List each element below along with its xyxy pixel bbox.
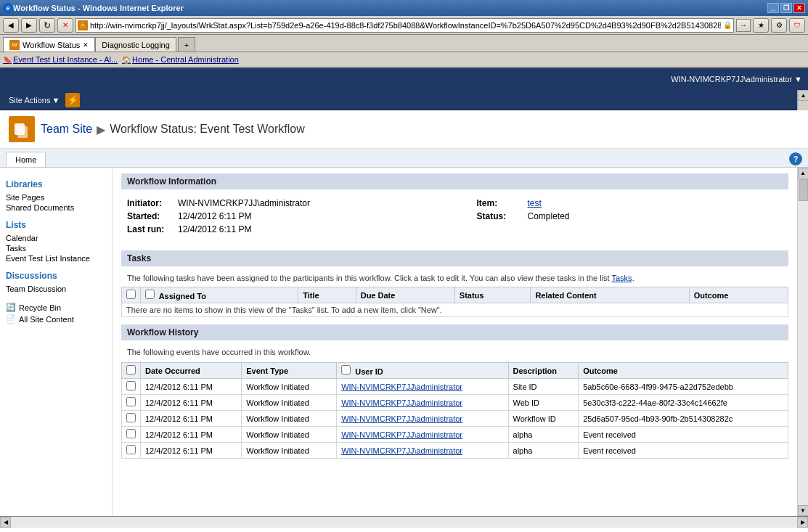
- tasks-col-title: Title: [298, 287, 356, 303]
- history-row-checkbox-4[interactable]: [126, 445, 136, 454]
- ie-icon: e: [3, 3, 13, 13]
- user-menu[interactable]: WIN-NVIMCRKP7JJ\administrator ▼: [671, 75, 802, 83]
- scroll-thumb[interactable]: [799, 179, 808, 201]
- sidebar-item-shared-docs[interactable]: Shared Documents: [6, 202, 106, 213]
- tasks-col-status: Status: [454, 287, 531, 303]
- tasks-description: The following tasks have been assigned t…: [121, 271, 788, 285]
- sidebar-recycle-bin[interactable]: 🔄 Recycle Bin: [6, 303, 106, 312]
- history-user-link-3[interactable]: WIN-NVIMCRKP7JJ\administrator: [341, 430, 462, 439]
- page-header: Team Site ▶ Workflow Status: Event Test …: [0, 110, 808, 149]
- sidebar-section-discussions[interactable]: Discussions: [6, 271, 106, 281]
- address-bar: ◀ ▶ ↻ ✕ 🔒 🔒 → ★ ⚙ 🛡: [0, 16, 808, 35]
- fav-icon-1: 🔖: [3, 56, 12, 64]
- scroll-up-arrow[interactable]: ▲: [798, 90, 808, 101]
- last-run-label: Last run:: [127, 224, 178, 234]
- close-button[interactable]: ✕: [793, 3, 805, 13]
- tab-label-2: Diagnostic Logging: [102, 41, 170, 49]
- tasks-select-all[interactable]: [126, 290, 136, 299]
- tasks-no-items-msg: There are no items to show in this view …: [122, 303, 788, 317]
- right-scrollbar-top: ▲: [797, 90, 808, 110]
- sidebar-item-event-test-list[interactable]: Event Test List Instance: [6, 253, 106, 263]
- hscroll-right[interactable]: ▶: [797, 517, 808, 528]
- new-tab-button[interactable]: +: [178, 37, 195, 52]
- address-input[interactable]: [88, 19, 723, 32]
- history-title: Workflow History: [127, 327, 198, 337]
- history-row-check: [122, 379, 141, 395]
- sidebar-item-tasks[interactable]: Tasks: [6, 243, 106, 253]
- item-link[interactable]: test: [528, 198, 542, 208]
- recycle-label: Recycle Bin: [19, 303, 61, 312]
- history-select-all[interactable]: [126, 365, 136, 375]
- breadcrumb-site[interactable]: Team Site: [41, 123, 92, 136]
- minimize-button[interactable]: _: [767, 3, 779, 13]
- restore-button[interactable]: ❐: [780, 3, 792, 13]
- sidebar-item-calendar[interactable]: Calendar: [6, 233, 106, 243]
- content-icon: 📄: [6, 314, 16, 324]
- window-controls[interactable]: _ ❐ ✕: [767, 3, 805, 13]
- safety-button[interactable]: 🛡: [789, 18, 805, 33]
- history-row-outcome: Event received: [579, 443, 788, 459]
- history-header: Workflow History: [121, 324, 788, 340]
- history-row-desc: Site ID: [508, 379, 579, 395]
- tab-close-1[interactable]: ✕: [83, 41, 89, 49]
- sidebar-section-lists[interactable]: Lists: [6, 220, 106, 230]
- sidebar: Libraries Site Pages Shared Documents Li…: [0, 168, 113, 516]
- history-row-user[interactable]: WIN-NVIMCRKP7JJ\administrator: [337, 411, 508, 427]
- history-user-link-1[interactable]: WIN-NVIMCRKP7JJ\administrator: [341, 398, 462, 407]
- back-button[interactable]: ◀: [3, 18, 19, 33]
- sidebar-item-team-discussion[interactable]: Team Discussion: [6, 284, 106, 294]
- history-row-check: [122, 443, 141, 459]
- site-actions-button[interactable]: Site Actions ▼: [6, 94, 62, 106]
- history-row-event: Workflow Initiated: [242, 427, 337, 443]
- history-col-date: Date Occurred: [141, 363, 242, 379]
- status-row: Status: Completed: [477, 211, 783, 221]
- help-icon[interactable]: ?: [789, 152, 802, 165]
- history-col-desc: Description: [508, 363, 579, 379]
- started-value: 12/4/2012 6:11 PM: [178, 211, 433, 221]
- favorites-item-2[interactable]: 🏠 Home - Central Administration: [122, 55, 239, 64]
- item-row: Item: test: [477, 198, 783, 208]
- hscroll-left[interactable]: ◀: [0, 517, 11, 528]
- scroll-down[interactable]: ▼: [798, 505, 809, 516]
- tasks-section: Tasks The following tasks have been assi…: [121, 250, 788, 317]
- history-row-user[interactable]: WIN-NVIMCRKP7JJ\administrator: [337, 379, 508, 395]
- history-row: 12/4/2012 6:11 PM Workflow Initiated WIN…: [122, 427, 788, 443]
- recycle-icon: 🔄: [6, 303, 16, 312]
- sidebar-all-site-content[interactable]: 📄 All Site Content: [6, 314, 106, 324]
- fav-icon-2: 🏠: [122, 56, 131, 64]
- scroll-up[interactable]: ▲: [798, 168, 809, 179]
- history-col-check-2[interactable]: [341, 365, 351, 375]
- go-button[interactable]: →: [736, 19, 751, 32]
- breadcrumb-separator: ▶: [97, 123, 105, 136]
- browser-tab-diagnostic[interactable]: Diagnostic Logging: [95, 37, 176, 52]
- initiator-row: Initiator: WIN-NVIMCRKP7JJ\administrator: [127, 198, 433, 208]
- forward-button[interactable]: ▶: [21, 18, 37, 33]
- tasks-col-check-2[interactable]: [145, 290, 155, 299]
- history-user-link-4[interactable]: WIN-NVIMCRKP7JJ\administrator: [341, 446, 462, 455]
- history-row-checkbox-2[interactable]: [126, 413, 136, 422]
- sidebar-item-site-pages[interactable]: Site Pages: [6, 192, 106, 202]
- history-user-link-2[interactable]: WIN-NVIMCRKP7JJ\administrator: [341, 414, 462, 423]
- favorites-button[interactable]: ★: [753, 18, 769, 33]
- history-row-date: 12/4/2012 6:11 PM: [141, 395, 242, 411]
- tools-button[interactable]: ⚙: [771, 18, 787, 33]
- history-row-checkbox-3[interactable]: [126, 429, 136, 438]
- user-menu-arrow: ▼: [794, 75, 802, 83]
- refresh-button[interactable]: ↻: [39, 18, 55, 33]
- tab-home[interactable]: Home: [6, 152, 46, 167]
- stop-button[interactable]: ✕: [57, 18, 73, 33]
- history-row-checkbox-1[interactable]: [126, 397, 136, 406]
- history-row-user[interactable]: WIN-NVIMCRKP7JJ\administrator: [337, 395, 508, 411]
- quick-launch-icon[interactable]: ⚡: [65, 93, 80, 107]
- history-col-check: [122, 363, 141, 379]
- history-row-user[interactable]: WIN-NVIMCRKP7JJ\administrator: [337, 443, 508, 459]
- favorites-item-1[interactable]: 🔖 Event Test List Instance - Al...: [3, 55, 118, 64]
- history-row-user[interactable]: WIN-NVIMCRKP7JJ\administrator: [337, 427, 508, 443]
- browser-tab-workflow-status[interactable]: W Workflow Status ✕: [3, 37, 95, 52]
- tasks-list-link[interactable]: Tasks: [612, 274, 632, 282]
- site-actions-label: Site Actions: [9, 96, 50, 105]
- sidebar-section-libraries[interactable]: Libraries: [6, 179, 106, 189]
- history-user-link-0[interactable]: WIN-NVIMCRKP7JJ\administrator: [341, 382, 462, 391]
- history-row-checkbox-0[interactable]: [126, 381, 136, 390]
- history-row-check: [122, 395, 141, 411]
